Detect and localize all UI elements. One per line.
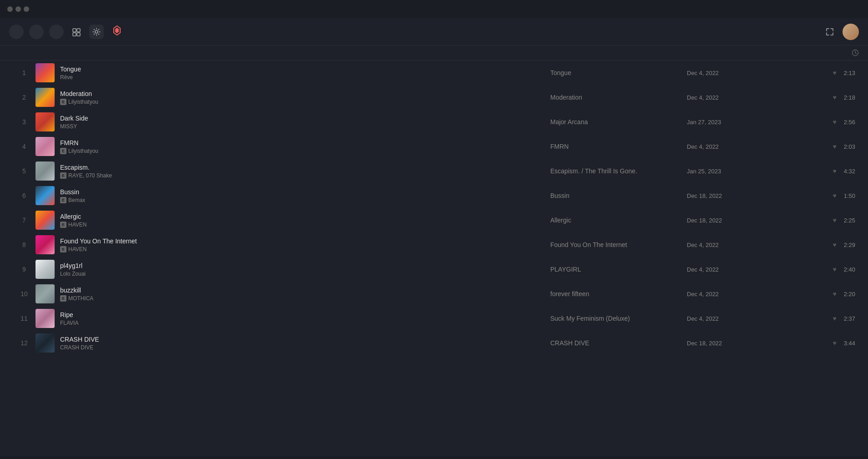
track-number: 8: [13, 241, 36, 248]
track-artist: EBemax: [60, 197, 85, 203]
track-album: Allergic: [550, 217, 687, 224]
track-duration: 4:32: [844, 168, 855, 175]
track-number: 3: [13, 118, 36, 126]
track-row[interactable]: 3 Dark Side MISSY Major Arcana Jan 27, 2…: [4, 110, 864, 134]
track-row[interactable]: 9 pl4yg1rl Lolo Zouai PLAYGIRL Dec 4, 20…: [4, 257, 864, 282]
fullscreen-button[interactable]: [822, 25, 837, 39]
track-duration-cell: ♥ 2:29: [801, 241, 855, 248]
svg-rect-0: [73, 29, 76, 32]
track-artist-name: RAYE, 070 Shake: [68, 172, 112, 179]
track-artwork: [36, 235, 55, 254]
explicit-badge: E: [60, 148, 66, 154]
track-name: Bussin: [60, 188, 85, 196]
track-date-added: Dec 4, 2022: [687, 291, 801, 298]
track-text: Tongue Rêve: [60, 65, 81, 81]
track-row[interactable]: 5 Escapism. ERAYE, 070 Shake Escapism. /…: [4, 159, 864, 183]
track-artwork: [36, 260, 55, 279]
track-duration: 2:25: [844, 217, 855, 224]
track-date-added: Dec 4, 2022: [687, 266, 801, 273]
playlist-view-icon[interactable]: [69, 25, 84, 39]
like-button[interactable]: ♥: [832, 290, 836, 298]
dot-1: [7, 6, 13, 12]
track-duration-cell: ♥ 2:18: [801, 94, 855, 101]
track-album: CRASH DIVE: [550, 339, 687, 347]
add-button[interactable]: [49, 25, 64, 39]
track-duration: 2:29: [844, 242, 855, 248]
like-button[interactable]: ♥: [832, 69, 836, 76]
track-artist: ELilyisthatyou: [60, 99, 98, 105]
track-row[interactable]: 4 FMRN ELilyisthatyou FMRN Dec 4, 2022 ♥…: [4, 134, 864, 159]
like-button[interactable]: ♥: [832, 167, 836, 175]
track-name: FMRN: [60, 139, 98, 147]
track-row[interactable]: 11 Ripe FLAVIA Suck My Feminism (Deluxe)…: [4, 306, 864, 331]
user-avatar[interactable]: [843, 24, 859, 40]
track-artwork: [36, 161, 55, 181]
track-artist: CRASH DIVE: [60, 344, 99, 351]
track-row[interactable]: 10 buzzkill EMOTHICA forever fifteen Dec…: [4, 282, 864, 306]
explicit-badge: E: [60, 172, 66, 179]
like-button[interactable]: ♥: [832, 192, 836, 199]
track-duration-cell: ♥ 2:25: [801, 217, 855, 224]
track-text: buzzkill EMOTHICA: [60, 286, 93, 302]
track-row[interactable]: 1 Tongue Rêve Tongue Dec 4, 2022 ♥ 2:13: [4, 61, 864, 85]
forward-button[interactable]: [29, 25, 44, 39]
track-text: Found You On The Internet EHAVEN: [60, 237, 137, 252]
like-button[interactable]: ♥: [832, 118, 836, 126]
track-text: Allergic EHAVEN: [60, 212, 86, 228]
track-number: 11: [13, 315, 36, 322]
playlist-logo-icon: [111, 25, 123, 39]
track-name: Ripe: [60, 311, 78, 319]
track-album: PLAYGIRL: [550, 266, 687, 273]
track-artist: Rêve: [60, 74, 81, 81]
track-artist-name: HAVEN: [68, 222, 86, 228]
title-bar: [0, 0, 868, 18]
track-date-added: Dec 18, 2022: [687, 217, 801, 224]
track-number: 10: [13, 290, 36, 298]
track-date-added: Dec 4, 2022: [687, 70, 801, 76]
track-album: Tongue: [550, 69, 687, 76]
like-button[interactable]: ♥: [832, 143, 836, 150]
track-text: Bussin EBemax: [60, 188, 85, 203]
like-button[interactable]: ♥: [832, 217, 836, 224]
track-info: Moderation ELilyisthatyou: [36, 88, 550, 107]
track-info: Escapism. ERAYE, 070 Shake: [36, 161, 550, 181]
track-artist: FLAVIA: [60, 320, 78, 326]
like-button[interactable]: ♥: [832, 339, 836, 347]
track-row[interactable]: 7 Allergic EHAVEN Allergic Dec 18, 2022 …: [4, 208, 864, 232]
track-number: 9: [13, 266, 36, 273]
like-button[interactable]: ♥: [832, 315, 836, 322]
track-name: buzzkill: [60, 286, 93, 294]
track-artwork: [36, 88, 55, 107]
track-album: Suck My Feminism (Deluxe): [550, 315, 687, 322]
window-dots: [7, 6, 29, 12]
back-button[interactable]: [9, 25, 24, 39]
track-info: pl4yg1rl Lolo Zouai: [36, 260, 550, 279]
svg-rect-2: [73, 33, 76, 36]
track-text: CRASH DIVE CRASH DIVE: [60, 335, 99, 351]
track-row[interactable]: 12 CRASH DIVE CRASH DIVE CRASH DIVE Dec …: [4, 331, 864, 355]
track-number: 4: [13, 143, 36, 150]
track-duration-cell: ♥ 1:50: [801, 192, 855, 199]
track-number: 12: [13, 339, 36, 347]
track-duration: 2:37: [844, 315, 855, 322]
track-duration: 2:13: [844, 70, 855, 76]
like-button[interactable]: ♥: [832, 241, 836, 248]
track-row[interactable]: 6 Bussin EBemax Bussin Dec 18, 2022 ♥ 1:…: [4, 183, 864, 208]
track-row[interactable]: 2 Moderation ELilyisthatyou Moderation D…: [4, 85, 864, 110]
track-info: CRASH DIVE CRASH DIVE: [36, 333, 550, 353]
track-duration-cell: ♥ 4:32: [801, 167, 855, 175]
track-date-added: Jan 27, 2023: [687, 119, 801, 126]
track-info: Ripe FLAVIA: [36, 309, 550, 328]
settings-button[interactable]: [89, 25, 104, 39]
track-artwork: [36, 63, 55, 82]
track-artwork: [36, 309, 55, 328]
track-album: Found You On The Internet: [550, 241, 687, 248]
like-button[interactable]: ♥: [832, 94, 836, 101]
svg-rect-3: [77, 33, 80, 36]
track-text: Dark Side MISSY: [60, 114, 88, 130]
toolbar: [0, 18, 868, 45]
track-row[interactable]: 8 Found You On The Internet EHAVEN Found…: [4, 232, 864, 257]
track-date-added: Dec 4, 2022: [687, 94, 801, 101]
like-button[interactable]: ♥: [832, 266, 836, 273]
track-name: Found You On The Internet: [60, 237, 137, 245]
